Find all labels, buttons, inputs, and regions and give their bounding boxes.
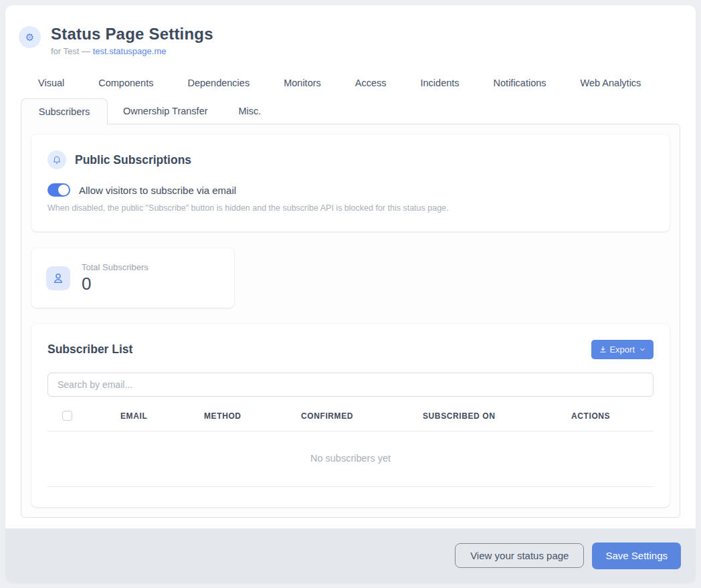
subtitle-prefix: for Test —: [51, 46, 93, 56]
tab-misc[interactable]: Misc.: [223, 98, 277, 124]
page-header: ⚙ Status Page Settings for Test — test.s…: [5, 5, 696, 56]
total-subscribers-label: Total Subscribers: [82, 262, 148, 272]
select-all-checkbox[interactable]: [62, 411, 72, 421]
subscriber-list-card: Subscriber List Export EMAIL METHOD CONF…: [31, 324, 670, 507]
public-subscriptions-card: Public Subscriptions Allow visitors to s…: [31, 134, 670, 231]
total-subscribers-card: Total Subscribers 0: [31, 248, 234, 308]
footer-bar: View your status page Save Settings: [5, 528, 696, 583]
allow-subscribe-label: Allow visitors to subscribe via email: [79, 185, 236, 196]
public-subscriptions-header: Public Subscriptions: [47, 151, 654, 169]
tab-web-analytics[interactable]: Web Analytics: [581, 72, 641, 94]
column-email: EMAIL: [120, 411, 204, 421]
search-input[interactable]: [47, 373, 654, 397]
toggle-knob: [58, 185, 69, 195]
page-title: Status Page Settings: [51, 25, 213, 43]
subscribe-toggle-row: Allow visitors to subscribe via email: [47, 183, 654, 197]
subscribers-tab-panel: Public Subscriptions Allow visitors to s…: [21, 124, 680, 518]
column-confirmed: CONFIRMED: [301, 411, 423, 421]
subscriber-table-header: EMAIL METHOD CONFIRMED SUBSCRIBED ON ACT…: [47, 411, 654, 431]
save-settings-button[interactable]: Save Settings: [592, 543, 681, 569]
view-status-page-button[interactable]: View your status page: [455, 543, 584, 568]
gear-icon: ⚙: [19, 26, 41, 48]
public-subscriptions-title: Public Subscriptions: [75, 153, 191, 167]
download-icon: [599, 345, 607, 354]
tab-visual[interactable]: Visual: [38, 72, 64, 94]
total-subscribers-text: Total Subscribers 0: [82, 262, 148, 294]
person-icon: [46, 266, 70, 290]
allow-subscribe-toggle[interactable]: [47, 183, 70, 197]
chevron-down-icon: [639, 346, 646, 353]
header-text-block: Status Page Settings for Test — test.sta…: [51, 25, 213, 56]
header-checkbox-cell: [47, 411, 120, 421]
subscriber-list-title: Subscriber List: [47, 342, 132, 357]
tab-bar-row2: Subscribers Ownership Transfer Misc.: [21, 98, 696, 124]
empty-state-text: No subscribers yet: [47, 431, 654, 487]
tab-notifications[interactable]: Notifications: [494, 72, 546, 94]
table-bottom-spacer: [47, 487, 654, 506]
column-actions: ACTIONS: [571, 411, 654, 421]
tab-bar-row1: Visual Components Dependencies Monitors …: [38, 72, 696, 94]
column-subscribed-on: SUBSCRIBED ON: [423, 411, 571, 421]
tab-access[interactable]: Access: [355, 72, 387, 94]
status-page-link[interactable]: test.statuspage.me: [93, 46, 167, 56]
tab-ownership-transfer[interactable]: Ownership Transfer: [108, 98, 223, 124]
export-button-label: Export: [609, 345, 635, 355]
status-page-settings-window: ⚙ Status Page Settings for Test — test.s…: [5, 5, 696, 583]
total-subscribers-value: 0: [82, 274, 148, 294]
page-subtitle: for Test — test.statuspage.me: [51, 46, 213, 56]
tab-subscribers[interactable]: Subscribers: [21, 98, 108, 124]
tab-components[interactable]: Components: [98, 72, 153, 94]
export-button[interactable]: Export: [591, 340, 654, 359]
subscribe-helper-text: When disabled, the public "Subscribe" bu…: [47, 203, 654, 213]
column-method: METHOD: [204, 411, 301, 421]
tab-incidents[interactable]: Incidents: [421, 72, 460, 94]
bell-icon: [47, 151, 66, 169]
tab-dependencies[interactable]: Dependencies: [187, 72, 249, 94]
tab-monitors[interactable]: Monitors: [284, 72, 321, 94]
subscriber-list-header: Subscriber List Export: [47, 340, 654, 359]
